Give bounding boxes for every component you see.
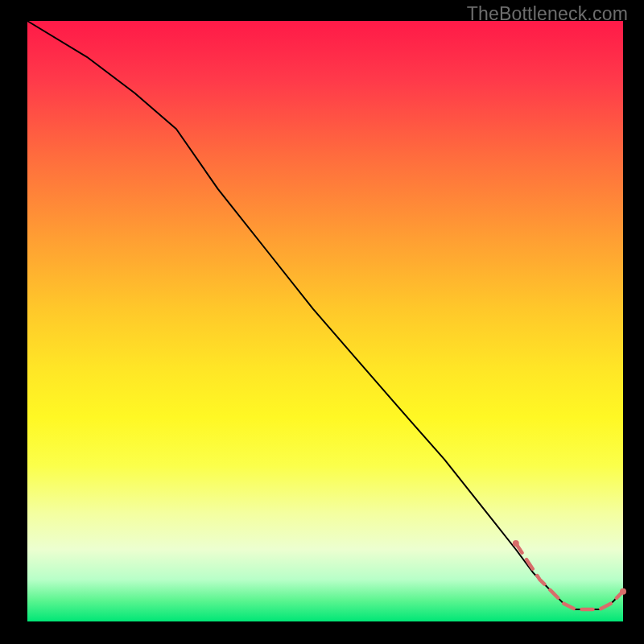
chart-frame: TheBottleneck.com: [0, 0, 644, 644]
main-curve: [27, 21, 623, 609]
tick-dot: [513, 540, 519, 547]
tick-band: [516, 543, 623, 609]
chart-svg: [27, 21, 623, 621]
plot-area: [27, 21, 623, 621]
tick-dot: [620, 588, 626, 595]
